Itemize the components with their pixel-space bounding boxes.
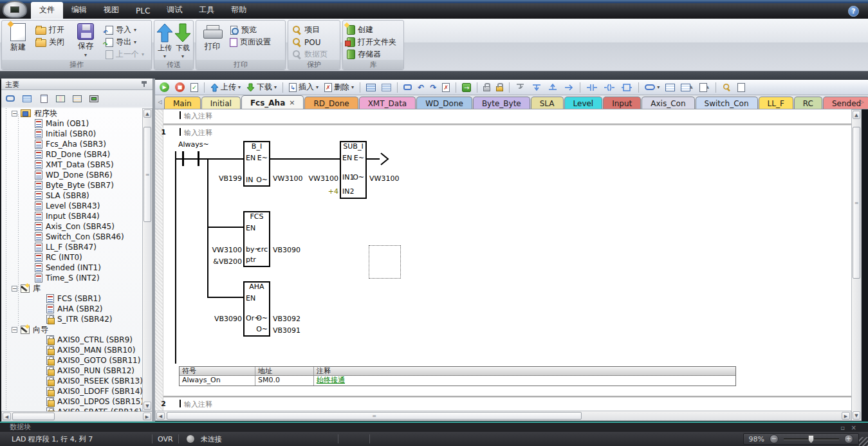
collapse-icon[interactable]: −	[12, 286, 17, 292]
block-fcs[interactable]: FCS EN by~ crc ptr	[243, 211, 270, 267]
protect-key-button[interactable]	[720, 82, 734, 93]
symbol-info-table-button[interactable]	[380, 83, 393, 92]
tab-sla[interactable]: SLA	[531, 97, 564, 109]
print-button[interactable]: 打印	[198, 22, 227, 52]
bookmark-clear-button[interactable]: ✗	[440, 82, 452, 93]
status-chart-icon-button[interactable]	[37, 93, 50, 104]
tab-xmt-data[interactable]: XMT_Data	[359, 97, 416, 109]
tree-item-axis0-man[interactable]: AXIS0_MAN (SBR10)	[1, 345, 142, 355]
menu-view[interactable]: 视图	[95, 2, 127, 19]
tree-item-initial[interactable]: Initial (SBR0)	[1, 129, 142, 139]
tab-initial[interactable]: Initial	[201, 97, 241, 109]
run-button[interactable]: ▶	[158, 82, 171, 93]
ladder-editor[interactable]: 输入注释 1 输入注释 Always~ B_I EN E~ IN O~ VB19…	[155, 109, 851, 411]
collapse-icon[interactable]: −	[12, 327, 17, 333]
tree-item-axis0-srate[interactable]: AXIS0_SRATE (SBR16)	[1, 407, 142, 411]
tree-item-wizard[interactable]: −向导	[1, 324, 142, 335]
tree-item-rd-done[interactable]: RD_Done (SBR4)	[1, 149, 142, 160]
tab-scroll-right-button[interactable]: ▷	[858, 97, 865, 107]
tree-item-level[interactable]: Level (SBR43)	[1, 201, 142, 211]
menu-edit[interactable]: 编辑	[63, 2, 95, 19]
tree-item-xmt-data[interactable]: XMT_Data (SBR5)	[1, 160, 142, 170]
contact-symbol-label[interactable]: Always~	[178, 140, 209, 149]
scroll-left-icon[interactable]: ◀	[3, 413, 11, 420]
upload-button[interactable]: 上传 ▾	[156, 22, 174, 59]
operand-constant[interactable]: +4	[328, 187, 338, 196]
editor-vertical-scrollbar[interactable]: ▲ ≡ ▼	[851, 109, 862, 421]
communications-icon-button[interactable]	[88, 93, 100, 104]
export-button[interactable]: ↷导出▾	[103, 36, 147, 48]
tree-item-axis0-ldoff[interactable]: AXIS0_LDOFF (SBR14)	[1, 386, 142, 396]
scrollbar-thumb[interactable]: ≡	[853, 127, 860, 279]
tree-item-axis0-rseek[interactable]: AXIS0_RSEEK (SBR13)	[1, 376, 142, 386]
operand[interactable]: VW3100	[273, 174, 302, 183]
tree-item-time-s[interactable]: Time_S (INT2)	[1, 273, 142, 283]
tab-scroll-left-button[interactable]: ◁	[156, 97, 163, 107]
resize-grip[interactable]	[859, 437, 868, 446]
operand[interactable]: VW3100	[369, 174, 399, 183]
tab-rc[interactable]: RC	[794, 97, 822, 109]
import-button[interactable]: ↶导入▾	[103, 24, 147, 36]
tab-switch-con[interactable]: Switch_Con	[696, 97, 758, 109]
operand[interactable]: VB3091	[273, 326, 300, 335]
zoom-out-button[interactable]: −	[770, 434, 779, 443]
pin-icon[interactable]	[142, 81, 147, 87]
panel-close-button[interactable]: ×	[851, 423, 856, 432]
collapse-icon[interactable]: −	[12, 111, 17, 116]
properties-button[interactable]	[735, 82, 747, 93]
tree-item-input[interactable]: Input (SBR44)	[1, 211, 142, 221]
operand[interactable]: VB3092	[273, 315, 300, 323]
close-icon[interactable]: ×	[289, 100, 295, 106]
app-menu-button[interactable]	[3, 1, 27, 18]
tree-horizontal-scrollbar[interactable]: ◀ ▶	[1, 411, 152, 422]
protect-pou-button[interactable]: POU	[290, 36, 330, 48]
compile-button[interactable]: ✓	[189, 82, 200, 93]
tab-rd-done[interactable]: RD_Done	[304, 97, 358, 109]
tree-item-main[interactable]: Main (OB1)	[1, 118, 142, 129]
block-aha[interactable]: AHA EN Or~ O~ O~	[243, 281, 270, 337]
editor-horizontal-scrollbar[interactable]: ◀ ≡ ▶	[155, 411, 851, 421]
cross-reference-icon-button[interactable]	[71, 93, 84, 104]
library-open-folder-button[interactable]: 打开文件夹	[344, 36, 399, 48]
operand[interactable]: &VB200	[213, 257, 242, 266]
protect-project-button[interactable]: 项目	[290, 24, 330, 36]
operand[interactable]: VB3090	[273, 246, 300, 254]
scroll-right-icon[interactable]: ▶	[842, 412, 850, 420]
menu-tools[interactable]: 工具	[190, 2, 223, 19]
tree-item-sla[interactable]: SLA (SBR8)	[1, 190, 142, 201]
tree-item-axis0-ldpos[interactable]: AXIS0_LDPOS (SBR15)	[1, 396, 142, 407]
wire-down-button[interactable]	[530, 82, 544, 93]
scroll-up-icon[interactable]: ▲	[853, 111, 860, 119]
tab-input[interactable]: Input	[603, 97, 641, 109]
address-tag-button[interactable]: ▾	[643, 84, 661, 91]
network-comment[interactable]: 输入注释	[184, 400, 212, 409]
tree-item-axis-con[interactable]: Axis_Con (SBR45)	[1, 221, 142, 232]
tree-item-ll-f[interactable]: LL_F (SBR47)	[1, 242, 142, 252]
scrollbar-thumb[interactable]	[12, 413, 55, 420]
bookmark-toggle-button[interactable]	[402, 84, 414, 91]
tab-level[interactable]: Level	[564, 97, 603, 109]
open-button[interactable]: 打开	[33, 24, 67, 36]
tree-item-switch-con[interactable]: Switch_Con (SBR46)	[1, 232, 142, 242]
page-setup-button[interactable]: 页面设置	[227, 36, 273, 48]
menu-debug[interactable]: 调试	[158, 2, 190, 19]
zoom-slider-thumb[interactable]	[808, 435, 814, 443]
tab-fcs-aha[interactable]: Fcs_Aha×	[241, 95, 304, 109]
scroll-down-icon[interactable]: ▼	[143, 402, 151, 410]
edit-symbols-button[interactable]: ✎	[679, 83, 695, 92]
scroll-left-icon[interactable]: ◀	[156, 412, 165, 420]
zoom-in-button[interactable]: +	[844, 434, 853, 443]
download-toolbar-button[interactable]: 下载▾	[245, 81, 279, 93]
lock-add-button[interactable]	[494, 82, 505, 92]
library-create-button[interactable]: 创建	[344, 24, 399, 36]
stop-button[interactable]: ■	[173, 82, 187, 93]
tree-item-axis0-run[interactable]: AXIS0_RUN (SBR12)	[1, 366, 142, 376]
block-sub-i[interactable]: SUB_I EN E~ IN1 O~ IN2	[340, 141, 367, 199]
tab-byte-byte[interactable]: Byte_Byte	[473, 97, 530, 109]
network-comment[interactable]: 输入注释	[184, 128, 212, 138]
insert-branch-button[interactable]	[513, 82, 528, 93]
bookmark-next-button[interactable]: ↷	[428, 82, 438, 93]
close-button[interactable]: 关闭	[33, 36, 67, 48]
tree-item-library[interactable]: −库	[1, 283, 142, 293]
program-comment[interactable]: 输入注释	[184, 111, 212, 121]
